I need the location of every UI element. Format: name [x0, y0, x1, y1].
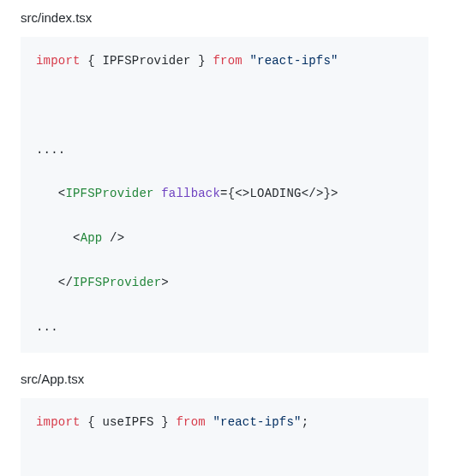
code-block-1: import { IPFSProvider } from "react-ipfs…	[21, 37, 428, 353]
code-line	[36, 95, 413, 117]
code-block-2: import { useIPFS } from "react-ipfs"; fu…	[21, 398, 428, 476]
code-line	[36, 455, 413, 476]
code-line: <IPFSProvider fallback={<>LOADING</>}>	[36, 183, 413, 205]
file-label-1: src/index.tsx	[21, 10, 428, 25]
document-body: src/index.tsx import { IPFSProvider } fr…	[0, 0, 449, 476]
code-line: <App />	[36, 228, 413, 250]
code-line: ....	[36, 140, 413, 162]
code-line: import { IPFSProvider } from "react-ipfs…	[36, 51, 413, 73]
code-line: import { useIPFS } from "react-ipfs";	[36, 412, 413, 434]
code-line: ...	[36, 317, 413, 339]
code-line: </IPFSProvider>	[36, 272, 413, 295]
file-label-2: src/App.tsx	[21, 372, 428, 386]
